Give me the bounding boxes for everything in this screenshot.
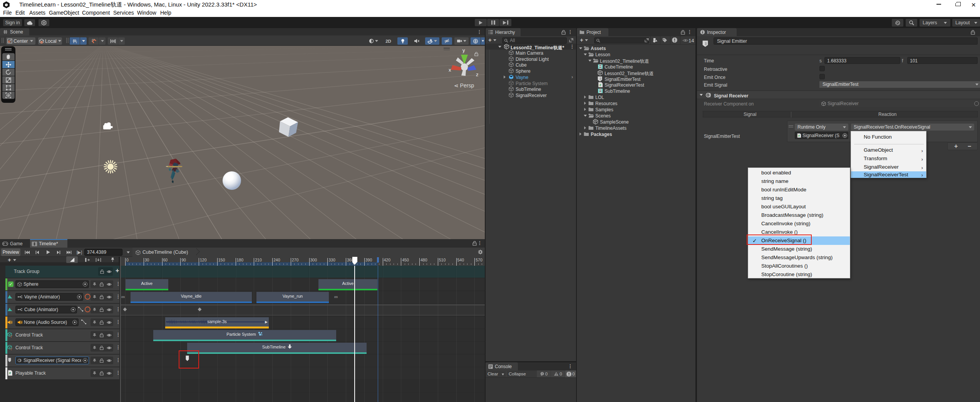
svg-text:y: y [462,47,465,53]
svg-text:{}: {} [10,348,13,350]
svg-text:x: x [449,67,451,73]
svg-text:#: # [9,371,11,375]
svg-text:{}: {} [10,335,13,338]
svg-text:Y: Y [75,41,77,44]
svg-text:z: z [476,72,479,77]
